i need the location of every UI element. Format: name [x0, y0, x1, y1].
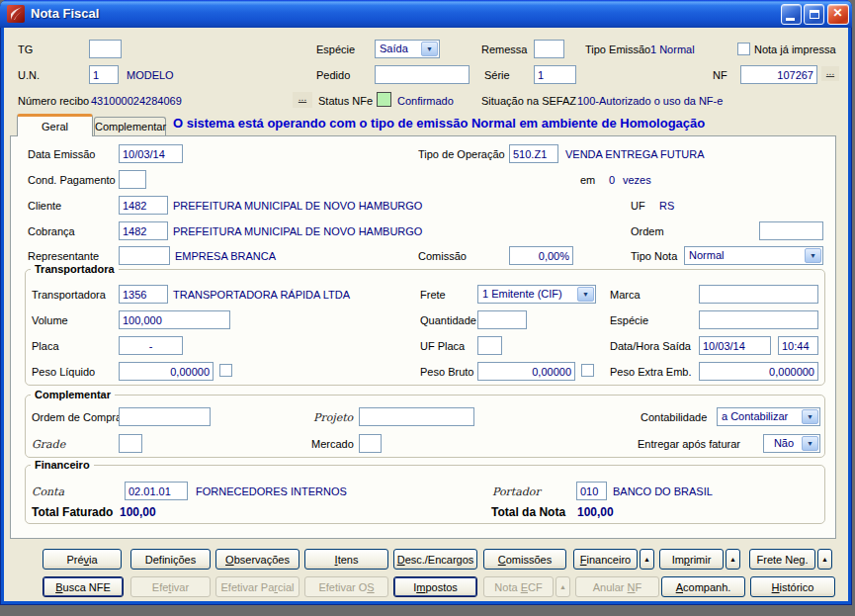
peso-extra-input[interactable]: [699, 362, 818, 381]
chevron-down-icon: ▼: [577, 287, 594, 302]
status-nfe-indicator: [377, 92, 391, 107]
especie-input[interactable]: [699, 310, 818, 329]
total-nota-label: Total da Nota: [491, 505, 565, 519]
especie-label: Espécie: [316, 44, 355, 55]
transportadora-group-title: Transportadora: [31, 263, 119, 275]
contabilidade-select[interactable]: a Contabilizar ▼: [717, 407, 820, 426]
chevron-down-icon: ▼: [805, 248, 821, 263]
cond-pagamento-label: Cond. Pagamento: [28, 174, 116, 186]
cobranca-desc: PREFEITURA MUNICIPAL DE NOVO HAMBURGO: [173, 225, 422, 237]
uf-placa-input[interactable]: [477, 336, 502, 355]
historico-button[interactable]: Histórico: [750, 576, 835, 597]
representante-label: Representante: [28, 250, 99, 262]
total-nota-value: 100,00: [577, 505, 614, 519]
volume-label: Volume: [32, 314, 68, 326]
especie-field-label: Espécie: [610, 314, 648, 326]
grade-input[interactable]: [119, 434, 142, 453]
conta-desc: FORNECEDORES INTERNOS: [196, 485, 347, 497]
tipo-nota-select[interactable]: Normal ▼: [684, 246, 823, 265]
busca-nfe-button[interactable]: Busca NFE: [43, 576, 124, 597]
cliente-input[interactable]: [119, 196, 168, 215]
tipo-operacao-desc: VENDA ENTREGA FUTURA: [565, 148, 705, 160]
un-input[interactable]: [89, 65, 119, 84]
tipo-operacao-input[interactable]: [509, 144, 558, 163]
nota-ecf-button: Nota ECF: [483, 576, 554, 597]
imprimir-more-button[interactable]: ▲: [726, 549, 740, 570]
ordem-compra-input[interactable]: [119, 407, 211, 426]
complementar-group-title: Complementar: [31, 389, 115, 400]
impostos-button[interactable]: Impostos: [393, 576, 477, 597]
definicoes-button[interactable]: Definições: [130, 549, 211, 570]
tab-complementar[interactable]: Complementar: [94, 117, 166, 135]
minimize-button[interactable]: [781, 4, 802, 25]
ordem-input[interactable]: [759, 221, 823, 240]
entregar-apos-faturar-select[interactable]: Não ▼: [763, 434, 820, 453]
minimize-icon: [786, 18, 795, 21]
close-icon: ✕: [828, 6, 847, 20]
nf-label: NF: [713, 69, 727, 81]
nota-fiscal-window: Nota Fiscal ✕ TG Espécie Saída ▼ Remessa…: [0, 0, 852, 605]
tab-complementar-label: Complementar: [95, 121, 166, 132]
especie-select[interactable]: Saída ▼: [375, 40, 440, 58]
em-label: em: [580, 174, 595, 186]
hora-saida-input[interactable]: [778, 336, 818, 355]
previa-button[interactable]: Prévia: [43, 549, 122, 570]
frete-select[interactable]: 1 Emitente (CIF) ▼: [477, 285, 596, 304]
financeiro-button[interactable]: Financeiro: [573, 549, 638, 570]
financeiro-more-button[interactable]: ▲: [640, 549, 654, 570]
projeto-label: Projeto: [313, 411, 353, 424]
data-emissao-input[interactable]: [119, 144, 183, 163]
comissao-input[interactable]: [509, 246, 573, 265]
frete-label: Frete: [420, 289, 446, 301]
data-saida-input[interactable]: [699, 336, 771, 355]
cond-pagamento-input[interactable]: [119, 170, 146, 189]
frete-neg-more-button[interactable]: ▲: [817, 549, 832, 570]
frete-neg-button[interactable]: Frete Neg.: [749, 549, 815, 570]
recibo-more-button[interactable]: ...: [293, 92, 312, 108]
pedido-label: Pedido: [316, 69, 350, 81]
close-button[interactable]: ✕: [827, 4, 849, 25]
nf-more-button[interactable]: ...: [821, 66, 839, 81]
acompanh-button[interactable]: Acompanh.: [661, 576, 745, 597]
tab-geral-label: Geral: [42, 121, 68, 132]
peso-liquido-input[interactable]: [119, 362, 214, 381]
nf-input[interactable]: [740, 65, 817, 84]
serie-input[interactable]: [534, 65, 576, 84]
frete-select-value: 1 Emitente (CIF): [482, 288, 562, 300]
comissoes-button[interactable]: Comissões: [483, 549, 566, 570]
volume-input[interactable]: [119, 310, 230, 329]
chevron-down-icon: ▼: [421, 42, 438, 56]
portador-input[interactable]: [576, 482, 607, 500]
tab-geral[interactable]: Geral: [17, 114, 93, 136]
tg-input[interactable]: [89, 40, 122, 58]
mercado-input[interactable]: [359, 434, 382, 453]
conta-input[interactable]: [125, 482, 188, 500]
itens-button[interactable]: Itens: [304, 549, 388, 570]
anular-nf-button: Anular NF: [575, 576, 659, 597]
projeto-input[interactable]: [359, 407, 474, 426]
peso-bruto-input[interactable]: [477, 362, 575, 381]
marca-input[interactable]: [699, 285, 818, 304]
placa-input[interactable]: [119, 336, 183, 355]
total-faturado-label: Total Faturado: [32, 505, 113, 519]
representante-desc: EMPRESA BRANCA: [175, 250, 276, 262]
cobranca-input[interactable]: [119, 221, 168, 240]
tipo-nota-label: Tipo Nota: [631, 250, 677, 262]
quantidade-input[interactable]: [477, 310, 527, 329]
uf-label: UF: [631, 200, 645, 212]
peso-bruto-checkbox[interactable]: [581, 364, 594, 377]
tipo-emissao-value: 1 Normal: [650, 44, 695, 55]
transportadora-input[interactable]: [119, 285, 168, 304]
observacoes-button[interactable]: Observações: [215, 549, 299, 570]
chevron-down-icon: ▼: [802, 409, 818, 424]
desc-encargos-button[interactable]: Desc./Encargos: [393, 549, 477, 570]
entregar-apos-faturar-label: Entregar após faturar: [638, 438, 740, 450]
peso-liquido-checkbox[interactable]: [219, 364, 232, 377]
maximize-button[interactable]: [804, 4, 824, 25]
title-bar[interactable]: Nota Fiscal ✕: [0, 0, 852, 28]
nota-impressa-checkbox[interactable]: [737, 43, 750, 55]
representante-input[interactable]: [119, 246, 170, 265]
remessa-input[interactable]: [534, 40, 564, 58]
pedido-input[interactable]: [375, 65, 470, 84]
imprimir-button[interactable]: Imprimir: [659, 549, 724, 570]
